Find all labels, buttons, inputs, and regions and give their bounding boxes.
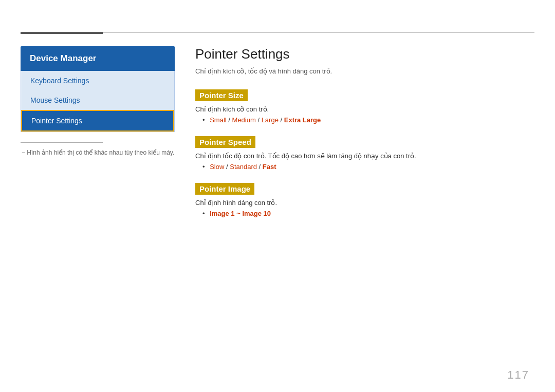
option-small: Small — [210, 116, 227, 124]
option-large: Large — [262, 116, 279, 124]
section-options-pointer-size: Small / Medium / Large / Extra Large — [195, 116, 514, 124]
sidebar-items: Keyboard Settings Mouse Settings Pointer… — [21, 71, 175, 132]
section-title-pointer-speed: Pointer Speed — [195, 136, 255, 148]
section-pointer-image: Pointer Image Chỉ định hình dáng con trỏ… — [195, 183, 514, 217]
section-options-pointer-image: Image 1 ~ Image 10 — [195, 210, 514, 217]
sidebar-note: − Hình ảnh hiển thị có thể khác nhau tùy… — [21, 149, 175, 156]
sidebar: Device Manager Keyboard Settings Mouse S… — [21, 46, 175, 371]
section-desc-pointer-speed: Chỉ định tốc độ con trỏ. Tốc độ cao hơn … — [195, 152, 514, 160]
pointer-size-options: Small / Medium / Large / Extra Large — [202, 116, 514, 124]
sidebar-item-keyboard[interactable]: Keyboard Settings — [21, 71, 174, 90]
section-pointer-size: Pointer Size Chỉ định kích cỡ con trỏ. S… — [195, 89, 514, 124]
page-number: 117 — [507, 368, 529, 382]
sep1: / — [227, 116, 232, 124]
section-desc-pointer-size: Chỉ định kích cỡ con trỏ. — [195, 105, 514, 113]
sep5: / — [257, 163, 263, 171]
option-standard: Standard — [230, 163, 257, 171]
option-extra-large: Extra Large — [284, 116, 321, 124]
sidebar-item-mouse[interactable]: Mouse Settings — [21, 90, 174, 110]
page-title: Pointer Settings — [195, 46, 514, 62]
sidebar-divider — [21, 142, 103, 143]
top-bar-accent — [21, 32, 103, 34]
option-fast: Fast — [263, 163, 276, 171]
sidebar-item-pointer[interactable]: Pointer Settings — [21, 110, 174, 132]
sep2: / — [256, 116, 262, 124]
pointer-image-options: Image 1 ~ Image 10 — [202, 210, 514, 217]
sidebar-header: Device Manager — [21, 46, 175, 71]
option-medium: Medium — [232, 116, 256, 124]
section-title-pointer-image: Pointer Image — [195, 183, 254, 195]
pointer-speed-options: Slow / Standard / Fast — [202, 163, 514, 171]
option-slow: Slow — [210, 163, 224, 171]
section-pointer-speed: Pointer Speed Chỉ định tốc độ con trỏ. T… — [195, 136, 514, 171]
page-subtitle: Chỉ định kích cỡ, tốc độ và hình dáng co… — [195, 67, 514, 75]
section-options-pointer-speed: Slow / Standard / Fast — [195, 163, 514, 171]
sep3: / — [279, 116, 284, 124]
section-title-pointer-size: Pointer Size — [195, 89, 248, 101]
sep4: / — [224, 163, 230, 171]
section-desc-pointer-image: Chỉ định hình dáng con trỏ. — [195, 199, 514, 207]
option-image-range: Image 1 ~ Image 10 — [210, 210, 271, 217]
main-content: Pointer Settings Chỉ định kích cỡ, tốc đ… — [175, 46, 534, 371]
